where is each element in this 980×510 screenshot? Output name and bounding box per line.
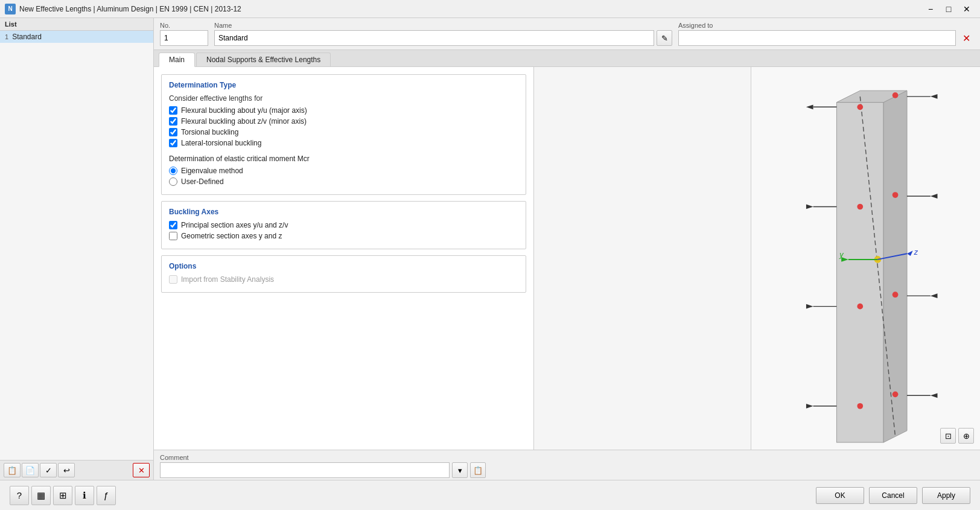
cb-import-input[interactable] bbox=[169, 275, 177, 284]
no-label: No. bbox=[160, 22, 208, 29]
titlebar: N New Effective Lengths | Aluminum Desig… bbox=[0, 0, 980, 18]
name-input[interactable] bbox=[214, 30, 654, 46]
view-button[interactable]: ⊞ bbox=[53, 486, 72, 505]
column-3d-view: y z bbox=[760, 73, 972, 450]
svg-marker-13 bbox=[806, 304, 813, 309]
cb-flexural-zv-input[interactable] bbox=[169, 117, 177, 126]
titlebar-left: N New Effective Lengths | Aluminum Desig… bbox=[5, 4, 241, 14]
clear-assigned-button[interactable]: ✕ bbox=[958, 30, 974, 46]
list-panel: List 1 Standard 📋 📄 ✓ ↩ ✕ bbox=[0, 18, 154, 480]
titlebar-controls: − □ ✕ bbox=[922, 2, 975, 16]
r-userdefined-input[interactable] bbox=[169, 177, 177, 186]
delete-button[interactable]: ✕ bbox=[133, 463, 150, 477]
list-toolbar: 📋 📄 ✓ ↩ ✕ bbox=[0, 460, 153, 480]
buckling-axes-title: Buckling Axes bbox=[169, 208, 518, 216]
list-item[interactable]: 1 Standard bbox=[0, 31, 153, 43]
cb-lateral-label: Lateral-torsional buckling bbox=[181, 139, 261, 147]
view-tool-2[interactable]: ⊕ bbox=[958, 428, 974, 444]
r-userdefined-label: User-Defined bbox=[181, 177, 224, 186]
r-eigenvalue-input[interactable] bbox=[169, 167, 177, 175]
cb-flexural-yu-label: Flexural buckling about y/u (major axis) bbox=[181, 106, 307, 115]
assigned-input[interactable] bbox=[678, 30, 956, 46]
cancel-button[interactable]: Cancel bbox=[869, 487, 917, 504]
svg-marker-9 bbox=[806, 205, 813, 209]
determination-type-section: Determination Type Consider effective le… bbox=[161, 74, 526, 195]
svg-point-26 bbox=[857, 403, 863, 409]
ok-button[interactable]: OK bbox=[816, 487, 864, 504]
comment-copy-button[interactable]: 📋 bbox=[470, 462, 486, 478]
svg-marker-17 bbox=[806, 404, 813, 409]
cb-lateral-input[interactable] bbox=[169, 139, 177, 147]
main-layout: List 1 Standard 📋 📄 ✓ ↩ ✕ No. bbox=[0, 18, 980, 510]
cb-flexural-zv-label: Flexural buckling about z/v (minor axis) bbox=[181, 117, 307, 126]
bottom-bar: ? ▦ ⊞ ℹ ƒ OK Cancel Apply bbox=[0, 480, 980, 510]
tabs-bar: Main Nodal Supports & Effective Lengths bbox=[154, 50, 980, 67]
comment-label: Comment bbox=[160, 454, 486, 461]
maximize-button[interactable]: □ bbox=[940, 2, 957, 16]
comment-field: Comment ▾ 📋 bbox=[160, 454, 486, 476]
close-button[interactable]: ✕ bbox=[958, 2, 975, 16]
consider-label: Consider effective lengths for bbox=[169, 94, 518, 103]
comment-dropdown-button[interactable]: ▾ bbox=[452, 462, 468, 478]
tab-main[interactable]: Main bbox=[159, 53, 195, 67]
bottom-right-buttons: OK Cancel Apply bbox=[816, 487, 970, 504]
tab-nodal[interactable]: Nodal Supports & Effective Lengths bbox=[196, 53, 331, 66]
info-button[interactable]: ℹ bbox=[75, 486, 94, 505]
buckling-axes-section: Buckling Axes Principal section axes y/u… bbox=[161, 201, 526, 249]
list-item-name: Standard bbox=[12, 33, 42, 41]
radio-userdefined: User-Defined bbox=[169, 177, 518, 186]
copy-button[interactable]: 📄 bbox=[22, 463, 39, 477]
view-tool-1[interactable]: ⊡ bbox=[940, 428, 956, 444]
svg-text:y: y bbox=[839, 250, 844, 259]
view-column: y z ⊡ ⊕ bbox=[751, 67, 980, 450]
checkbox-flexural-yu: Flexural buckling about y/u (major axis) bbox=[169, 106, 518, 115]
cb-principal-label: Principal section axes y/u and z/v bbox=[181, 221, 288, 229]
grid-button[interactable]: ▦ bbox=[31, 486, 51, 505]
right-panel: No. Name ✎ Assigned to ✕ bbox=[154, 18, 980, 480]
determination-type-title: Determination Type bbox=[169, 81, 518, 89]
comment-row: Comment ▾ 📋 bbox=[154, 450, 980, 480]
content-area: Determination Type Consider effective le… bbox=[154, 67, 980, 450]
no-field: No. bbox=[160, 22, 208, 46]
cb-torsional-input[interactable] bbox=[169, 128, 177, 136]
edit-name-button[interactable]: ✎ bbox=[657, 30, 672, 46]
svg-point-24 bbox=[857, 304, 863, 310]
view-toolbar: ⊡ ⊕ bbox=[940, 428, 974, 444]
list-header: List bbox=[0, 18, 153, 31]
svg-point-27 bbox=[892, 391, 898, 397]
cb-geometric-input[interactable] bbox=[169, 232, 177, 240]
function-button[interactable]: ƒ bbox=[97, 486, 116, 505]
minimize-button[interactable]: − bbox=[922, 2, 939, 16]
apply-button[interactable]: Apply bbox=[922, 487, 970, 504]
cb-geometric-label: Geometric section axes y and z bbox=[181, 232, 282, 240]
svg-point-20 bbox=[857, 104, 863, 110]
name-field: Name ✎ bbox=[214, 22, 672, 46]
add-button[interactable]: 📋 bbox=[4, 463, 21, 477]
mcr-label: Determination of elastic critical moment… bbox=[169, 155, 310, 163]
no-input[interactable] bbox=[160, 30, 208, 46]
help-button[interactable]: ? bbox=[10, 486, 29, 505]
svg-marker-19 bbox=[930, 393, 937, 398]
options-title: Options bbox=[169, 262, 518, 270]
check-button[interactable]: ✓ bbox=[40, 463, 57, 477]
checkbox-import: Import from Stability Analysis bbox=[169, 275, 518, 284]
svg-point-25 bbox=[892, 292, 898, 298]
svg-point-23 bbox=[892, 192, 898, 198]
name-label: Name bbox=[214, 22, 672, 29]
comment-input[interactable] bbox=[160, 462, 450, 478]
checkbox-principal: Principal section axes y/u and z/v bbox=[169, 221, 518, 229]
top-area: List 1 Standard 📋 📄 ✓ ↩ ✕ No. bbox=[0, 18, 980, 480]
svg-rect-0 bbox=[836, 103, 883, 442]
assigned-label: Assigned to bbox=[678, 22, 974, 29]
header-row: No. Name ✎ Assigned to ✕ bbox=[154, 18, 980, 50]
uncheck-button[interactable]: ↩ bbox=[58, 463, 75, 477]
comment-input-wrap: ▾ 📋 bbox=[160, 462, 486, 478]
form-column: Determination Type Consider effective le… bbox=[154, 67, 534, 450]
cb-principal-input[interactable] bbox=[169, 221, 177, 229]
svg-text:z: z bbox=[913, 248, 918, 257]
titlebar-title: New Effective Lengths | Aluminum Design … bbox=[19, 5, 241, 13]
checkbox-flexural-zv: Flexural buckling about z/v (minor axis) bbox=[169, 117, 518, 126]
checkbox-lateral: Lateral-torsional buckling bbox=[169, 139, 518, 147]
assigned-field: Assigned to ✕ bbox=[678, 22, 974, 46]
cb-flexural-yu-input[interactable] bbox=[169, 106, 177, 115]
